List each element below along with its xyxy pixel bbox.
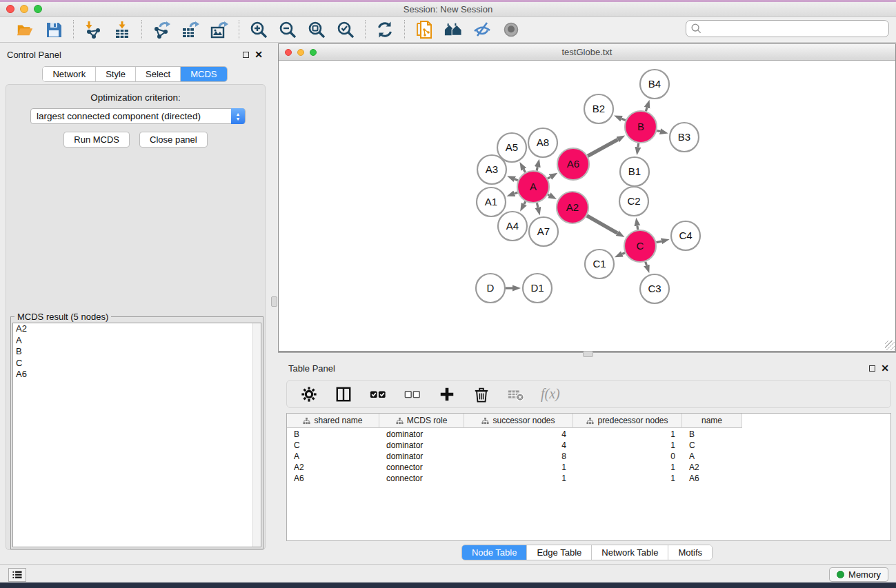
open-file-icon[interactable] (15, 20, 34, 39)
node-C2[interactable]: C2 (619, 187, 648, 216)
edge-B-B2[interactable] (621, 119, 626, 120)
deselect-all-icon[interactable] (403, 385, 422, 404)
result-list-scrollbar[interactable] (252, 323, 261, 547)
result-list-item[interactable]: C (13, 358, 261, 369)
add-column-icon[interactable] (437, 385, 457, 404)
mcds-result-list[interactable]: A2ABCA6 (12, 323, 261, 547)
close-panel-button[interactable]: Close panel (139, 132, 208, 148)
zoom-fit-icon[interactable] (307, 20, 326, 39)
edge-C-C2[interactable] (637, 226, 638, 230)
hide-selected-icon[interactable] (472, 20, 492, 39)
node-A8[interactable]: A8 (528, 128, 557, 157)
refresh-layout-icon[interactable] (375, 20, 395, 39)
float-table-panel-icon[interactable] (869, 365, 875, 372)
edge-A2-C[interactable] (587, 216, 617, 233)
tab-motifs[interactable]: Motifs (668, 545, 712, 560)
delete-column-icon[interactable] (472, 385, 491, 404)
edge-A-A5[interactable] (524, 170, 525, 172)
export-image-icon[interactable] (210, 20, 229, 39)
edge-B-B1[interactable] (638, 143, 639, 148)
edge-A-A6[interactable] (548, 177, 550, 179)
node-A6[interactable]: A6 (557, 148, 589, 180)
edge-C-C1[interactable] (622, 253, 625, 254)
node-D[interactable]: D (476, 274, 505, 303)
node-D1[interactable]: D1 (523, 274, 552, 303)
home-icon[interactable] (444, 20, 463, 39)
node-A1[interactable]: A1 (477, 187, 506, 216)
edge-B-B4[interactable] (646, 108, 647, 111)
table-row[interactable]: Bdominator41B (287, 429, 742, 440)
table-row[interactable]: Adominator80A (287, 451, 742, 462)
node-A3[interactable]: A3 (477, 155, 506, 184)
float-panel-icon[interactable] (243, 52, 249, 58)
edge-A-A8[interactable] (537, 167, 537, 170)
node-A5[interactable]: A5 (497, 133, 526, 162)
node-C3[interactable]: C3 (640, 274, 669, 303)
node-A4[interactable]: A4 (498, 212, 527, 241)
column-header-name[interactable]: name (682, 414, 742, 428)
import-network-icon[interactable] (83, 20, 103, 39)
edge-A6-B[interactable] (588, 139, 618, 156)
node-A7[interactable]: A7 (529, 217, 558, 246)
close-panel-icon[interactable]: ✕ (255, 51, 263, 58)
run-mcds-button[interactable]: Run MCDS (63, 132, 130, 148)
table-settings-icon[interactable] (299, 385, 319, 404)
tab-node-table[interactable]: Node Table (462, 545, 528, 560)
select-all-icon[interactable] (368, 385, 388, 404)
node-table[interactable]: shared nameMCDS rolesuccessor nodesprede… (286, 413, 891, 541)
node-C[interactable]: C (624, 230, 656, 262)
criterion-select[interactable]: largest connected component (directed) ▲… (30, 108, 246, 124)
table-row[interactable]: A6connector11A6 (287, 473, 742, 484)
tab-mcds[interactable]: MCDS (181, 67, 226, 81)
zoom-selected-icon[interactable] (336, 20, 355, 39)
close-table-panel-icon[interactable]: ✕ (881, 365, 889, 372)
network-window-titlebar[interactable]: testGlobe.txt (279, 44, 895, 61)
column-header-MCDS-role[interactable]: MCDS role (379, 414, 464, 428)
edge-B-B3[interactable] (657, 131, 660, 132)
save-session-icon[interactable] (44, 20, 63, 39)
node-C1[interactable]: C1 (585, 250, 614, 278)
export-network-icon[interactable] (152, 20, 171, 39)
export-table-icon[interactable] (181, 20, 200, 39)
edge-C-C4[interactable] (656, 241, 661, 243)
result-list-item[interactable]: A6 (13, 369, 261, 381)
show-all-icon[interactable] (501, 20, 521, 39)
table-row[interactable]: Cdominator41C (287, 440, 742, 451)
task-history-button[interactable] (8, 568, 26, 582)
clone-network-icon[interactable] (415, 20, 434, 39)
network-canvas[interactable]: B4B2BB3A5A8A6B1A3AA1C2A2A4A7CC4C1C3DD1 (279, 61, 895, 351)
tab-network[interactable]: Network (43, 67, 96, 81)
zoom-in-icon[interactable] (249, 20, 268, 39)
column-header-shared-name[interactable]: shared name (287, 414, 379, 428)
node-B2[interactable]: B2 (584, 94, 613, 123)
tab-edge-table[interactable]: Edge Table (527, 545, 592, 560)
import-table-icon[interactable] (112, 20, 132, 39)
column-header-successor-nodes[interactable]: successor nodes (464, 414, 573, 428)
edge-A-A3[interactable] (515, 179, 518, 181)
tab-style[interactable]: Style (96, 67, 136, 81)
node-A2[interactable]: A2 (557, 192, 588, 223)
result-list-item[interactable]: B (13, 346, 261, 358)
result-list-item[interactable]: A (13, 335, 261, 347)
node-B1[interactable]: B1 (620, 157, 649, 186)
split-view-icon[interactable] (334, 385, 353, 404)
node-C4[interactable]: C4 (671, 221, 700, 250)
memory-button[interactable]: Memory (829, 567, 888, 582)
zoom-out-icon[interactable] (278, 20, 297, 39)
tab-network-table[interactable]: Network Table (592, 545, 668, 560)
vertical-splitter-handle[interactable] (271, 296, 277, 307)
edge-A-A4[interactable] (524, 201, 526, 204)
resize-grip[interactable] (885, 341, 895, 350)
edge-A-A7[interactable] (537, 203, 538, 207)
delete-table-icon[interactable] (506, 385, 526, 404)
table-row[interactable]: A2connector11A2 (287, 462, 742, 473)
node-B[interactable]: B (625, 111, 657, 143)
column-header-predecessor-nodes[interactable]: predecessor nodes (573, 414, 682, 428)
edge-A-A2[interactable] (548, 194, 549, 195)
search-field[interactable] (686, 20, 889, 37)
node-A[interactable]: A (517, 171, 549, 203)
search-input[interactable] (702, 22, 888, 36)
tab-select[interactable]: Select (136, 67, 181, 81)
edge-A-A1[interactable] (515, 192, 518, 194)
horizontal-splitter-handle[interactable] (583, 351, 593, 357)
